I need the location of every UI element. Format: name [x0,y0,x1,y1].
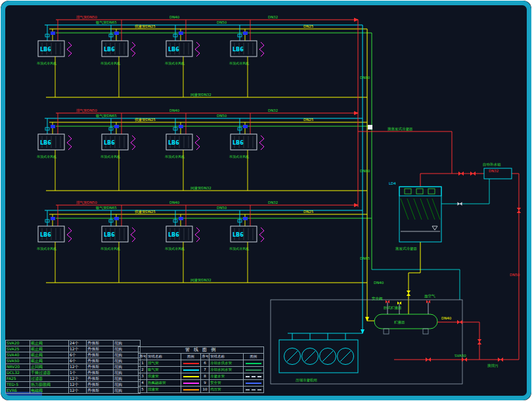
table-row: DCL32干燥过滤器1个丹佛斯现购 [6,370,141,376]
legend-cell: 图例 [244,354,263,360]
line-sample [181,380,201,386]
line-sample [181,387,201,392]
pipe-label: DN50 [510,273,520,277]
legend-cell: 管线名称 [210,354,244,360]
line-sample [244,387,263,392]
line-sample [244,360,263,366]
pipe-label: 供液管DN25 [135,118,156,122]
legend-header-row: 序号管线名称图例序号管线名称图例 [139,354,263,360]
table-cell: 12个 [69,364,87,370]
legend-cell: 图例 [181,354,201,360]
pipe-label: 接蒸发式冷凝器 [388,127,413,131]
pipe-label: 供液管DN25 [135,210,156,214]
pipe-label: DN32 [268,15,278,19]
pipe-label: DN32 [268,108,278,112]
table-cell: 干燥过滤器 [30,370,69,376]
table-cell: 截止阀 [30,358,69,364]
table-cell: 截止阀 [30,352,69,358]
legend-cell: 序号 [139,354,147,360]
cad-viewport[interactable]: LB6 吊顶式冷风机 [0,0,532,401]
line-sample [244,367,263,373]
pipe-label: DN40 [169,200,180,204]
legend-cell: 1 [139,360,147,366]
table-cell: 止回阀 [30,364,69,370]
legend-row: 4热氟融霜管9安全管 [139,380,263,387]
legend-cell: 冷凝水管 [210,373,244,379]
table-row: SVA20截止阀24个丹佛斯现购 [6,341,141,346]
table-row: NRV20止回阀12个丹佛斯现购 [6,364,141,370]
line-sample [244,373,263,379]
pipe-label: LD4 [389,181,396,185]
pipe-label: 供液管DN25 [135,24,156,29]
table-cell: 12个 [69,346,87,352]
pipe-label: 排气管DN50 [76,200,97,205]
pipe-label: DN25 [303,118,314,122]
legend-cell: 安全管 [210,380,244,386]
pipe-label: DN25 [303,24,314,28]
legend-cell: 吸气管 [147,367,181,373]
pipe-label: 回液管DN32 [190,186,211,191]
pipe-label: 回液管DN32 [190,278,211,283]
table-cell: 6个 [69,358,87,364]
legend-cell: 冷却水回水管 [210,367,244,373]
table-cell: SVA20 [6,341,30,346]
table-cell: 1个 [69,370,87,376]
pipe-label: DN80 [360,169,370,173]
legend-cell: 排液管 [147,387,181,392]
pipe-label: 排气管DN50 [76,108,97,113]
table-cell: SVA25 [6,346,30,352]
table-cell: NRV20 [6,364,30,370]
table-cell: 12个 [69,382,87,388]
table-cell: 现购 [114,388,141,394]
table-cell: 丹佛斯 [87,364,114,370]
table-cell: 过滤器 [30,376,69,382]
table-cell: SVA40 [6,352,30,358]
table-cell: 丹佛斯 [87,341,114,346]
table-cell: 现购 [114,370,141,376]
table-cell: 24个 [69,341,87,346]
legend-cell: 热氟融霜管 [147,380,181,386]
pipe-label: 安全阀 [372,296,383,301]
pipe-label: 卧式贮液器 [384,306,402,310]
table-cell: TED-5 [6,382,30,388]
pipeline-legend-table: 管 线 图 例 序号管线名称图例序号管线名称图例 1排气管6冷却水供水管2吸气管… [138,346,264,393]
table-cell: 现购 [114,352,141,358]
pipe-label: 接排污 [487,364,499,368]
pipe-label: 吸气管DN65 [96,206,117,210]
legend-cell: 10 [201,387,210,392]
table-cell: 电磁阀 [30,388,69,394]
legend-title: 管 线 图 例 [139,347,263,354]
legend-cell: 5 [139,387,147,392]
table-cell: 丹佛斯 [87,376,114,382]
pipe-label: 蒸发式冷凝器 [395,247,418,251]
table-cell: 12个 [69,376,87,382]
pipe-label: DN40 [169,15,180,19]
table-row: SVA25截止阀12个丹佛斯现购 [6,346,141,352]
legend-cell: 4 [139,380,147,386]
legend-cell: 管线名称 [147,354,181,360]
table-cell: 丹佛斯 [87,358,114,364]
legend-cell: 冷却水供水管 [210,360,244,366]
valve-schedule-table: SVA20截止阀24个丹佛斯现购SVA25截止阀12个丹佛斯现购SVA40截止阀… [5,340,130,392]
table-row: TED-5热力膨胀阀12个丹佛斯现购 [6,382,141,388]
table-cell: 热力膨胀阀 [30,382,69,388]
table-cell: 现购 [114,382,141,388]
receiver-label: 贮液器 [394,320,405,325]
legend-cell: 供液管 [147,373,181,379]
pipe-label: DN50 [217,206,227,210]
legend-cell: 6 [201,360,210,366]
table-cell: 现购 [114,364,141,370]
pipe-label: 压缩冷凝机组 [296,378,318,383]
pipe-label: DN50 [217,20,227,24]
table-cell: 丹佛斯 [87,346,114,352]
line-sample [181,367,201,373]
table-cell: SVA50 [6,358,30,364]
legend-row: 2吸气管7冷却水回水管 [139,367,263,373]
pipe-label: 排气管DN50 [76,15,97,20]
pipe-label: DN50 [217,114,227,118]
pipe-label: DN80 [360,76,370,80]
legend-cell: 8 [201,373,210,379]
legend-cell: 2 [139,367,147,373]
table-cell: 12个 [69,388,87,394]
table-cell: 现购 [114,358,141,364]
